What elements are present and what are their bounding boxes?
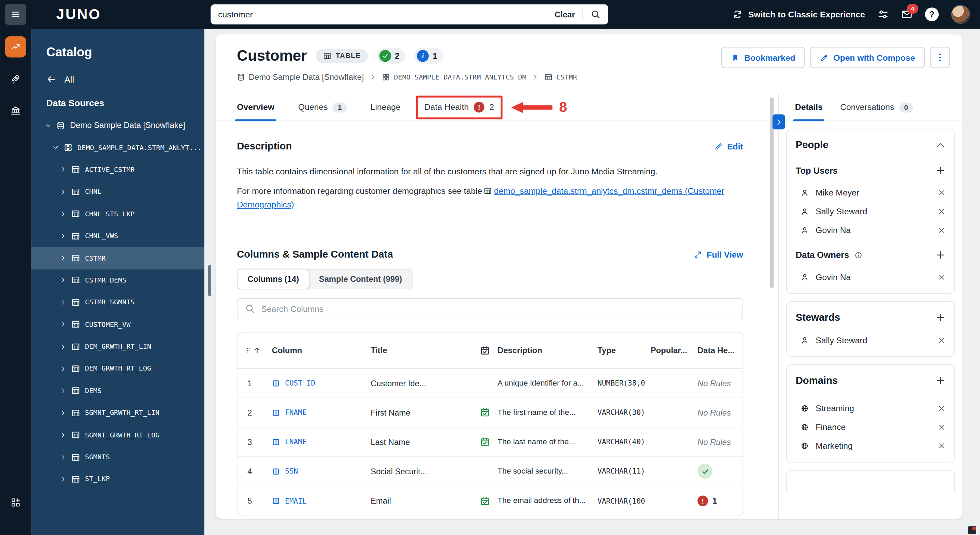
info-icon[interactable] bbox=[854, 251, 862, 259]
open-with-compose-button[interactable]: Open with Compose bbox=[810, 47, 925, 68]
column-link[interactable]: EMAIL bbox=[272, 497, 371, 506]
search-icon[interactable] bbox=[591, 9, 601, 19]
full-view-button[interactable]: Full View bbox=[694, 250, 743, 259]
rail-item-governance[interactable] bbox=[5, 100, 26, 121]
sidebar-scrollbar[interactable] bbox=[208, 265, 211, 296]
chevron-right-icon[interactable] bbox=[60, 211, 66, 217]
column-link[interactable]: LNAME bbox=[272, 438, 371, 446]
tree-item-dem-grwth-rt-log[interactable]: DEM_GRWTH_RT_LOG bbox=[32, 358, 204, 380]
tab-conversations[interactable]: Conversations 0 bbox=[840, 94, 913, 121]
chevron-right-icon[interactable] bbox=[60, 255, 66, 261]
global-search-bar[interactable]: Clear bbox=[210, 5, 608, 25]
tree-item-chnl-vws[interactable]: CHNL_VWS bbox=[32, 225, 204, 247]
user-avatar[interactable] bbox=[951, 5, 970, 24]
tree-item-cstmr-dems[interactable]: CSTMR_DEMS bbox=[32, 269, 204, 291]
chevron-right-icon[interactable] bbox=[60, 476, 66, 482]
add-top-user-button[interactable] bbox=[935, 166, 945, 175]
chevron-right-icon[interactable] bbox=[60, 322, 66, 328]
chevron-right-icon[interactable] bbox=[60, 344, 66, 350]
tree-item-dems[interactable]: DEMS bbox=[32, 380, 204, 402]
calendar-check-icon[interactable] bbox=[473, 345, 498, 355]
hamburger-menu-button[interactable] bbox=[5, 4, 26, 25]
chevron-right-icon[interactable] bbox=[60, 189, 66, 195]
header-popularity[interactable]: Popular... bbox=[651, 346, 697, 355]
chevron-down-icon[interactable] bbox=[52, 144, 59, 150]
add-data-owner-button[interactable] bbox=[935, 250, 945, 260]
header-type[interactable]: Type bbox=[598, 346, 651, 355]
tab-details[interactable]: Details bbox=[795, 94, 823, 121]
user-link[interactable]: Sally Steward bbox=[816, 336, 867, 345]
switch-to-classic-link[interactable]: Switch to Classic Experience bbox=[733, 9, 865, 19]
search-clear-button[interactable]: Clear bbox=[555, 10, 575, 19]
column-search-input[interactable] bbox=[261, 304, 735, 313]
tab-lineage[interactable]: Lineage bbox=[371, 94, 401, 121]
notifications-button[interactable]: 4 bbox=[901, 9, 912, 20]
chevron-right-icon[interactable] bbox=[60, 432, 66, 438]
tree-item-schema[interactable]: DEMO_SAMPLE_DATA.STRM_ANLYT... bbox=[32, 137, 204, 159]
health-error-cell[interactable]: ! 1 bbox=[697, 496, 743, 506]
rail-item-explore[interactable] bbox=[5, 68, 26, 89]
chevron-right-icon[interactable] bbox=[60, 233, 66, 239]
remove-domain-button[interactable] bbox=[937, 442, 945, 450]
remove-user-button[interactable] bbox=[937, 189, 945, 197]
domain-link[interactable]: Streaming bbox=[816, 404, 854, 413]
tree-item-cstmr[interactable]: CSTMR bbox=[32, 247, 204, 269]
table-row[interactable]: 1 CUST_ID Customer Ide... A unique ident… bbox=[237, 369, 743, 398]
tree-item-chnl[interactable]: CHNL bbox=[32, 181, 204, 203]
tab-sample-content[interactable]: Sample Content (999) bbox=[309, 269, 412, 289]
chevron-right-icon[interactable] bbox=[60, 388, 66, 394]
header-data-health[interactable]: Data He... bbox=[697, 346, 743, 355]
remove-user-button[interactable] bbox=[937, 207, 945, 216]
header-description[interactable]: Description bbox=[498, 346, 598, 355]
domain-link[interactable]: Finance bbox=[816, 422, 846, 432]
tab-columns[interactable]: Columns (14) bbox=[237, 269, 310, 289]
header-column[interactable]: Column bbox=[272, 346, 371, 355]
bookmarked-button[interactable]: Bookmarked bbox=[721, 47, 805, 68]
sort-control[interactable] bbox=[237, 346, 272, 355]
chevron-right-icon[interactable] bbox=[60, 365, 66, 371]
rail-item-apps[interactable] bbox=[5, 492, 26, 513]
tab-queries[interactable]: Queries 1 bbox=[298, 94, 347, 121]
remove-user-button[interactable] bbox=[937, 226, 945, 234]
chevron-up-icon[interactable] bbox=[935, 140, 945, 150]
sidebar-back-all[interactable]: All bbox=[46, 74, 204, 84]
column-link[interactable]: SSN bbox=[272, 467, 371, 476]
header-title[interactable]: Title bbox=[371, 346, 473, 355]
user-link[interactable]: Govin Na bbox=[816, 226, 851, 235]
help-button[interactable]: ? bbox=[925, 8, 939, 21]
column-search-bar[interactable] bbox=[237, 298, 743, 319]
remove-steward-button[interactable] bbox=[937, 336, 945, 344]
table-row[interactable]: 3 LNAME Last Name The last name of the..… bbox=[237, 428, 743, 457]
breadcrumb-table[interactable]: CSTMR bbox=[545, 73, 577, 81]
tree-item-chnl-sts-lkp[interactable]: CHNL_STS_LKP bbox=[32, 203, 204, 225]
user-link[interactable]: Sally Steward bbox=[816, 207, 867, 216]
add-steward-button[interactable] bbox=[935, 312, 945, 322]
remove-domain-button[interactable] bbox=[937, 404, 945, 412]
add-domain-button[interactable] bbox=[935, 376, 945, 385]
tree-item-active-cstmr[interactable]: ACTIVE_CSTMR bbox=[32, 159, 204, 181]
column-link[interactable]: FNAME bbox=[272, 408, 371, 417]
tree-item-cstmr-sgmnts[interactable]: CSTMR_SGMNTS bbox=[32, 291, 204, 314]
table-row[interactable]: 4 SSN Social Securit... The social secur… bbox=[237, 457, 743, 486]
chevron-down-icon[interactable] bbox=[45, 122, 51, 128]
tree-item-sgmnts[interactable]: SGMNTS bbox=[32, 446, 204, 468]
collapse-panel-button[interactable] bbox=[773, 114, 785, 129]
check-count-badge[interactable]: 2 bbox=[377, 48, 406, 64]
domain-link[interactable]: Marketing bbox=[816, 441, 853, 451]
breadcrumb-schema[interactable]: DEMO_SAMPLE_DATA.STRM_ANLYTCS_DM bbox=[382, 73, 527, 81]
tab-data-health[interactable]: Data Health ! 2 bbox=[424, 94, 494, 121]
table-row[interactable]: 5 EMAIL Email The email address of th...… bbox=[237, 486, 743, 516]
more-actions-button[interactable] bbox=[930, 47, 950, 68]
tree-item-st-lkp[interactable]: ST_LKP bbox=[32, 468, 204, 490]
table-row[interactable]: 2 FNAME First Name The first name of the… bbox=[237, 398, 743, 428]
tab-overview[interactable]: Overview bbox=[237, 94, 274, 121]
edit-description-button[interactable]: Edit bbox=[714, 142, 743, 151]
user-link[interactable]: Mike Meyer bbox=[816, 188, 859, 197]
chevron-right-icon[interactable] bbox=[60, 277, 66, 283]
chevron-right-icon[interactable] bbox=[60, 454, 66, 460]
chevron-right-icon[interactable] bbox=[60, 299, 66, 306]
tree-item-demo-sample-data[interactable]: Demo Sample Data [Snowflake] bbox=[32, 114, 204, 137]
rail-item-catalog[interactable] bbox=[5, 36, 26, 57]
user-link[interactable]: Govin Na bbox=[816, 272, 851, 282]
breadcrumb-datasource[interactable]: Demo Sample Data [Snowflake] bbox=[237, 72, 364, 81]
